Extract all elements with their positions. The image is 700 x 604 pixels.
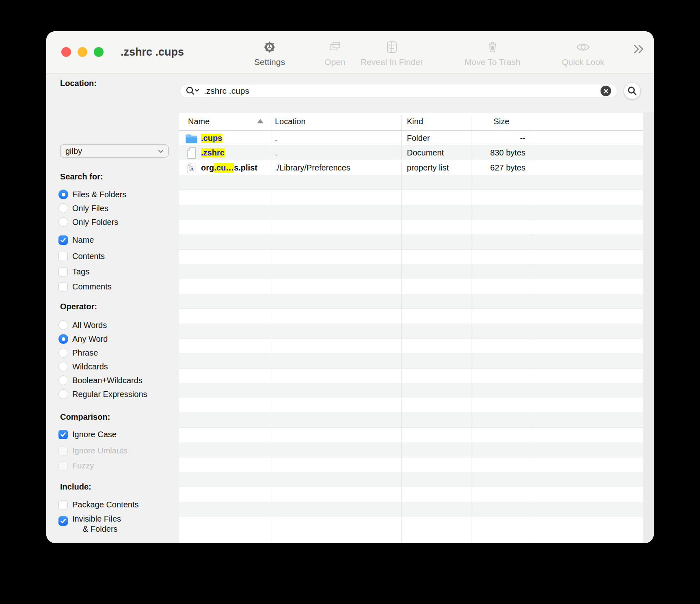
search-for-heading: Search for: bbox=[60, 170, 103, 183]
checkbox-disabled-icon bbox=[58, 446, 68, 455]
zoom-window-button[interactable] bbox=[94, 47, 104, 57]
quick-look-label: Quick Look bbox=[562, 57, 604, 67]
radio-selected-icon[interactable] bbox=[58, 190, 68, 199]
search-scope-icon[interactable] bbox=[185, 86, 200, 96]
checkbox-comments[interactable]: Comments bbox=[58, 280, 112, 293]
trash-icon bbox=[486, 39, 499, 55]
checkbox-ignore-case[interactable]: Ignore Case bbox=[58, 427, 117, 441]
radio-icon[interactable] bbox=[58, 389, 68, 399]
window-title: .zshrc .cups bbox=[121, 46, 184, 58]
table-header: Name Location Kind Size bbox=[179, 112, 643, 131]
checkbox-invisible-files[interactable]: Invisible Files & Folders bbox=[58, 514, 121, 538]
table-row[interactable]: .cups . Folder -- bbox=[179, 131, 643, 146]
checkbox-package-contents[interactable]: Package Contents bbox=[58, 498, 138, 511]
location-label: Location: bbox=[60, 76, 97, 90]
plist-file-icon: B bbox=[185, 162, 198, 173]
checkbox-disabled-icon bbox=[58, 461, 68, 470]
chevron-down-icon bbox=[158, 148, 164, 155]
radio-only-folders[interactable]: Only Folders bbox=[58, 215, 118, 229]
titlebar: .zshrc .cups bbox=[46, 31, 654, 74]
search-app-window: .zshrc .cups bbox=[46, 31, 654, 543]
quick-look-toolbar-button[interactable]: Quick Look bbox=[538, 39, 628, 67]
column-header-name[interactable]: Name bbox=[179, 112, 271, 130]
radio-regular-expressions[interactable]: Regular Expressions bbox=[58, 387, 147, 401]
radio-only-files[interactable]: Only Files bbox=[58, 201, 108, 215]
finder-icon bbox=[385, 39, 399, 55]
clear-search-button[interactable] bbox=[601, 86, 611, 96]
radio-icon[interactable] bbox=[58, 362, 68, 371]
checkbox-checked-icon[interactable] bbox=[58, 235, 68, 245]
column-header-size[interactable]: Size bbox=[471, 112, 532, 130]
comparison-heading: Comparison: bbox=[60, 410, 110, 424]
radio-icon[interactable] bbox=[58, 217, 68, 227]
reveal-in-finder-label: Reveal In Finder bbox=[361, 57, 423, 67]
vertical-scrollbar-track[interactable] bbox=[643, 112, 654, 543]
checkbox-checked-icon[interactable] bbox=[58, 430, 68, 439]
checkbox-tags[interactable]: Tags bbox=[58, 265, 89, 278]
move-to-trash-toolbar-button[interactable]: Move To Trash bbox=[448, 39, 537, 67]
column-header-location[interactable]: Location bbox=[271, 112, 401, 130]
checkbox-icon[interactable] bbox=[58, 252, 68, 261]
radio-icon[interactable] bbox=[58, 375, 68, 385]
radio-selected-icon[interactable] bbox=[58, 334, 68, 344]
radio-any-word[interactable]: Any Word bbox=[58, 332, 108, 346]
open-label: Open bbox=[324, 57, 345, 67]
close-window-button[interactable] bbox=[61, 47, 71, 57]
operator-heading: Operator: bbox=[60, 300, 97, 313]
table-body: .cups . Folder -- . bbox=[179, 131, 643, 527]
move-to-trash-label: Move To Trash bbox=[465, 57, 520, 67]
svg-text:B: B bbox=[190, 166, 193, 171]
close-icon bbox=[603, 88, 609, 94]
start-search-button[interactable] bbox=[624, 83, 640, 99]
radio-icon[interactable] bbox=[58, 348, 68, 358]
open-icon bbox=[328, 39, 342, 55]
checkbox-fuzzy: Fuzzy bbox=[58, 459, 94, 472]
location-value: gilby bbox=[65, 147, 82, 156]
radio-icon[interactable] bbox=[58, 320, 68, 330]
sidebar: Location: gilby Search for: Files & Fold… bbox=[46, 74, 179, 543]
radio-phrase[interactable]: Phrase bbox=[58, 346, 98, 360]
include-heading: Include: bbox=[60, 480, 91, 494]
settings-label: Settings bbox=[254, 57, 285, 67]
checkbox-icon[interactable] bbox=[58, 267, 68, 276]
table-row[interactable]: B org.cu…s.plist ./Library/Preferences p… bbox=[179, 160, 643, 175]
screenshot-stage: .zshrc .cups bbox=[0, 0, 700, 604]
search-icon bbox=[627, 86, 637, 96]
checkbox-checked-icon[interactable] bbox=[58, 516, 68, 526]
checkbox-icon[interactable] bbox=[58, 282, 68, 291]
table-row[interactable]: .zshrc . Document 830 bytes bbox=[179, 146, 643, 161]
radio-icon[interactable] bbox=[58, 203, 68, 213]
sort-ascending-icon bbox=[257, 119, 264, 123]
checkbox-name[interactable]: Name bbox=[58, 233, 94, 247]
folder-icon bbox=[185, 133, 198, 143]
checkbox-contents[interactable]: Contents bbox=[58, 249, 105, 263]
radio-wildcards[interactable]: Wildcards bbox=[58, 360, 108, 373]
radio-all-words[interactable]: All Words bbox=[58, 318, 107, 332]
location-dropdown[interactable]: gilby bbox=[60, 145, 169, 157]
checkbox-icon[interactable] bbox=[58, 500, 68, 509]
toolbar-overflow-button[interactable] bbox=[629, 42, 648, 56]
results-table: Name Location Kind Size bbox=[179, 112, 643, 543]
radio-files-and-folders[interactable]: Files & Folders bbox=[58, 188, 126, 201]
radio-boolean-wildcards[interactable]: Boolean+Wildcards bbox=[58, 373, 143, 387]
search-query-text: .zshrc .cups bbox=[204, 86, 249, 96]
reveal-in-finder-toolbar-button[interactable]: Reveal In Finder bbox=[347, 39, 436, 67]
gear-icon bbox=[262, 39, 277, 55]
minimize-window-button[interactable] bbox=[78, 47, 87, 57]
document-icon bbox=[185, 147, 198, 159]
checkbox-ignore-umlauts: Ignore Umlauts bbox=[58, 444, 127, 457]
eye-icon bbox=[575, 39, 591, 55]
search-input[interactable]: .zshrc .cups bbox=[180, 84, 617, 97]
column-header-kind[interactable]: Kind bbox=[401, 112, 471, 130]
main-content: .zshrc .cups Name bbox=[179, 74, 654, 543]
double-chevron-right-icon bbox=[632, 43, 645, 55]
